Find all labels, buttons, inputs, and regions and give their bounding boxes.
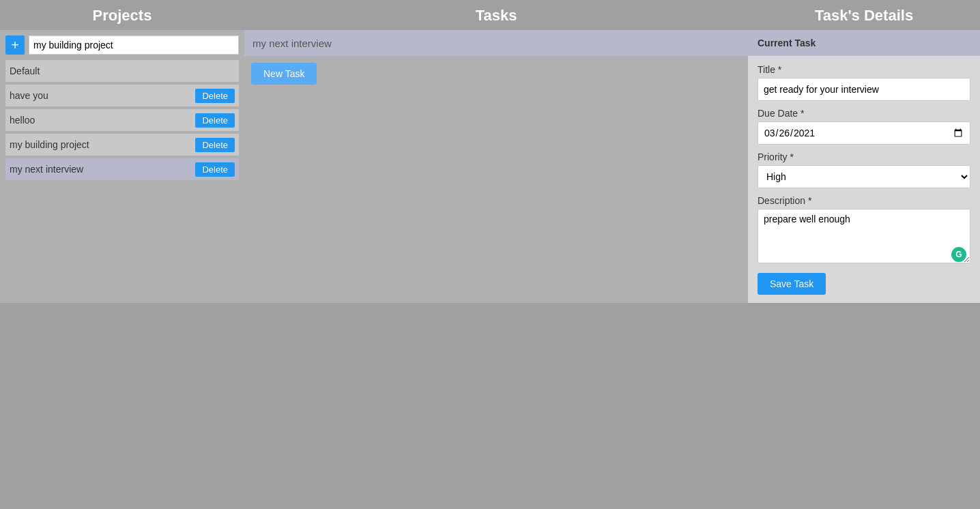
project-item-helloo[interactable]: helloo Delete <box>5 109 239 131</box>
project-item-have-you[interactable]: have you Delete <box>5 85 239 106</box>
tasks-column-header: Tasks <box>244 7 748 25</box>
new-project-input[interactable] <box>29 35 239 55</box>
bottom-area <box>0 303 980 509</box>
details-panel-title: Current Task <box>758 38 816 48</box>
save-task-button[interactable]: Save Task <box>758 273 826 295</box>
title-label: Title * <box>758 64 970 75</box>
project-item-label: my building project <box>10 139 89 150</box>
due-date-field-group: Due Date * <box>758 108 970 145</box>
priority-select[interactable]: Low Medium High <box>758 165 970 188</box>
details-column-header: Task's Details <box>748 7 980 25</box>
due-date-label: Due Date * <box>758 108 970 119</box>
delete-project-button[interactable]: Delete <box>195 89 235 103</box>
title-input[interactable] <box>758 78 970 101</box>
tasks-body: New Task <box>244 56 748 91</box>
priority-field-group: Priority * Low Medium High <box>758 151 970 188</box>
project-item-label: my next interview <box>10 164 83 175</box>
description-textarea[interactable]: prepare well enough <box>758 209 970 263</box>
new-project-row: + <box>5 35 239 55</box>
delete-project-button[interactable]: Delete <box>195 138 235 152</box>
project-item-my-next-interview[interactable]: my next interview Delete <box>5 158 239 180</box>
project-item-my-building-project[interactable]: my building project Delete <box>5 134 239 156</box>
description-label: Description * <box>758 195 970 206</box>
project-item-label: helloo <box>10 115 35 126</box>
details-body: Title * Due Date * Priority * Low Medium… <box>748 56 980 303</box>
description-field-group: Description * prepare well enough G <box>758 195 970 266</box>
tasks-column: my next interview New Task <box>244 30 748 303</box>
priority-label: Priority * <box>758 151 970 162</box>
project-item-default[interactable]: Default <box>5 60 239 82</box>
delete-project-button[interactable]: Delete <box>195 162 235 177</box>
details-column: Current Task Title * Due Date * Priority… <box>748 30 980 303</box>
project-item-label: have you <box>10 90 48 101</box>
delete-project-button[interactable]: Delete <box>195 113 235 128</box>
projects-column: + Default have you Delete helloo Delete … <box>0 30 244 303</box>
add-project-button[interactable]: + <box>5 35 25 55</box>
due-date-input[interactable] <box>758 121 970 145</box>
grammarly-icon: G <box>951 247 966 262</box>
project-item-label: Default <box>10 66 40 76</box>
details-panel-header: Current Task <box>748 30 980 56</box>
new-task-button[interactable]: New Task <box>251 63 317 85</box>
title-field-group: Title * <box>758 64 970 101</box>
selected-project-title: my next interview <box>253 38 332 49</box>
projects-column-header: Projects <box>0 7 244 25</box>
tasks-selected-header: my next interview <box>244 30 748 56</box>
description-textarea-wrapper: prepare well enough G <box>758 209 970 266</box>
